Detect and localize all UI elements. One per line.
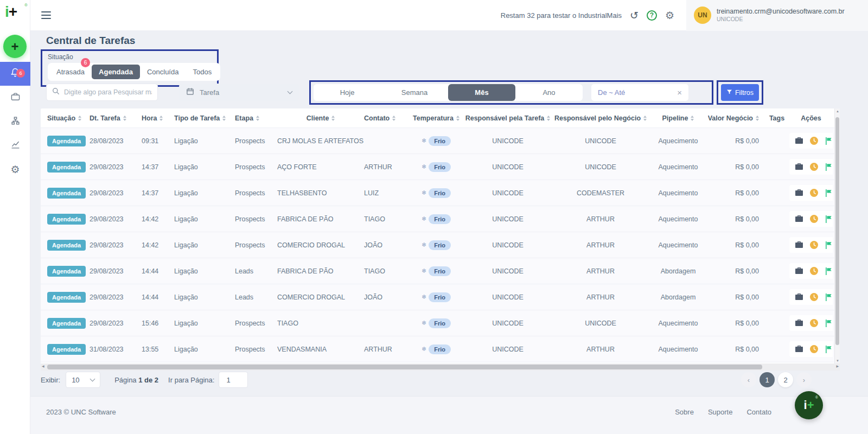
cliente-cell: FABRICA DE PÃO <box>273 267 364 275</box>
situacao-tab-todos[interactable]: Todos <box>186 65 219 79</box>
clock-action-icon[interactable] <box>810 163 818 171</box>
history-icon[interactable]: ↺ <box>630 9 639 22</box>
settings-icon[interactable]: ⚙ <box>665 9 674 22</box>
flag-action-icon[interactable] <box>825 320 832 327</box>
column-header-responsavel-pelo-negocio[interactable]: Responsável pelo Negócio <box>553 114 648 122</box>
period-tab-semana[interactable]: Semana <box>381 84 448 101</box>
add-button[interactable]: + <box>3 35 27 58</box>
table-row[interactable]: Agendada28/08/202309:31LigaçãoProspectsC… <box>41 128 834 154</box>
date-range-input[interactable]: De ~ Até × <box>591 84 688 101</box>
scroll-up-icon[interactable]: ▲ <box>835 110 840 113</box>
column-header-valor-negocio[interactable]: Valor Negócio <box>708 114 764 122</box>
task-type-select[interactable]: Tarefa <box>179 84 299 101</box>
table-row[interactable]: Agendada29/08/202314:44LigaçãoLeadsCOMER… <box>41 284 834 310</box>
flag-action-icon[interactable] <box>825 189 832 197</box>
clock-action-icon[interactable] <box>810 137 818 145</box>
page-button-1[interactable]: 1 <box>760 372 775 387</box>
menu-toggle[interactable] <box>39 9 53 21</box>
column-header-cliente[interactable]: Cliente <box>273 114 364 122</box>
column-header-tags[interactable]: Tags <box>764 114 789 122</box>
column-header-responsavel-pela-tarefa[interactable]: Responsável pela Tarefa <box>463 114 553 122</box>
clock-action-icon[interactable] <box>810 215 818 223</box>
flag-action-icon[interactable] <box>825 346 832 353</box>
flag-action-icon[interactable] <box>825 215 832 223</box>
column-header-hora[interactable]: Hora <box>142 114 174 122</box>
prev-page-button[interactable]: ‹ <box>741 372 756 387</box>
period-tab-mes[interactable]: Mês <box>448 84 515 101</box>
table-row[interactable]: Agendada29/08/202314:44LigaçãoLeadsFABRI… <box>41 258 834 284</box>
briefcase-action-icon[interactable] <box>795 215 803 222</box>
etapa-cell: Prospects <box>231 163 273 171</box>
flag-action-icon[interactable] <box>825 293 832 301</box>
vertical-scroll-thumb[interactable] <box>835 117 839 345</box>
industrialmais-fab[interactable]: i+ ® <box>795 391 823 419</box>
app-logo[interactable]: i+ ® <box>5 3 29 27</box>
column-header-dt-tarefa[interactable]: Dt. Tarefa <box>90 114 142 122</box>
horizontal-scroll-thumb[interactable] <box>47 365 762 369</box>
hora-cell: 14:44 <box>142 267 174 275</box>
filters-button[interactable]: Filtros <box>721 84 759 101</box>
sidebar-item-tasks[interactable] <box>0 86 30 110</box>
clock-action-icon[interactable] <box>810 319 818 327</box>
situacao-tab-agendada[interactable]: Agendada <box>92 65 140 79</box>
column-header-temperatura[interactable]: Temperatura <box>410 114 463 122</box>
search-input[interactable] <box>64 88 152 96</box>
table-row[interactable]: Agendada29/08/202315:46LigaçãoProspectsT… <box>41 310 834 336</box>
table-row[interactable]: Agendada29/08/202314:37LigaçãoProspectsT… <box>41 180 834 206</box>
clock-action-icon[interactable] <box>810 293 818 301</box>
clock-action-icon[interactable] <box>810 189 818 197</box>
avatar: UN <box>694 7 711 24</box>
clock-action-icon[interactable] <box>810 345 818 353</box>
notification-badge: 6 <box>16 69 25 78</box>
briefcase-action-icon[interactable] <box>795 241 803 248</box>
column-header-tipo-de-tarefa[interactable]: Tipo de Tarefa <box>174 114 231 122</box>
next-page-button[interactable]: › <box>796 372 812 387</box>
page-size-select[interactable]: 10 <box>66 372 100 388</box>
sidebar-item-settings[interactable]: ⚙ <box>0 157 30 181</box>
briefcase-action-icon[interactable] <box>795 189 803 196</box>
column-header-situacao[interactable]: Situação <box>41 114 90 122</box>
briefcase-action-icon[interactable] <box>795 320 803 327</box>
scroll-down-icon[interactable]: ▼ <box>835 359 840 362</box>
goto-page-input[interactable] <box>219 372 248 388</box>
flag-action-icon[interactable] <box>825 163 832 171</box>
briefcase-action-icon[interactable] <box>795 267 803 275</box>
table-row[interactable]: Agendada29/08/202314:42LigaçãoProspectsC… <box>41 232 834 258</box>
column-header-contato[interactable]: Contato <box>364 114 410 122</box>
table-row[interactable]: Agendada29/08/202314:37LigaçãoProspectsA… <box>41 154 834 180</box>
scroll-right-icon[interactable]: ▶ <box>836 364 839 368</box>
column-header-pipeline[interactable]: Pipeline <box>648 114 708 122</box>
sidebar-item-pipeline[interactable] <box>0 110 30 133</box>
table-row[interactable]: Agendada29/08/202314:42LigaçãoProspectsF… <box>41 206 834 232</box>
footer-link-suporte[interactable]: Suporte <box>708 408 733 416</box>
sidebar-item-notifications[interactable]: 6 <box>0 62 30 86</box>
briefcase-action-icon[interactable] <box>795 163 803 170</box>
footer-link-contato[interactable]: Contato <box>746 408 771 416</box>
user-menu[interactable]: UN treinamento.crm@unicodesoftware.com.b… <box>686 0 868 31</box>
briefcase-action-icon[interactable] <box>795 346 803 353</box>
clock-action-icon[interactable] <box>810 241 818 249</box>
briefcase-action-icon[interactable] <box>795 293 803 301</box>
clear-icon[interactable]: × <box>677 88 682 97</box>
page-button-2[interactable]: 2 <box>778 372 793 387</box>
situacao-tab-concluida[interactable]: Concluída <box>140 65 186 79</box>
flag-action-icon[interactable] <box>825 241 832 249</box>
period-tab-ano[interactable]: Ano <box>515 84 583 101</box>
period-tab-hoje[interactable]: Hoje <box>314 84 381 101</box>
help-icon[interactable]: ? <box>647 10 657 21</box>
scroll-left-icon[interactable]: ◀ <box>42 364 44 368</box>
column-header-acoes[interactable]: Ações <box>789 114 833 122</box>
sidebar-item-reports[interactable] <box>0 133 30 157</box>
briefcase-action-icon[interactable] <box>795 137 803 144</box>
vertical-scrollbar[interactable]: ▲ ▼ <box>834 108 840 363</box>
column-label: Etapa <box>235 114 253 122</box>
clock-action-icon[interactable] <box>810 267 818 275</box>
flag-action-icon[interactable] <box>825 137 832 145</box>
flag-action-icon[interactable] <box>825 267 832 275</box>
app-root: i+ ® + 6 <box>0 0 868 434</box>
footer-link-sobre[interactable]: Sobre <box>675 408 694 416</box>
table-row[interactable]: Agendada31/08/202313:55LigaçãoProspectsV… <box>41 336 834 362</box>
horizontal-scrollbar[interactable]: ◀ ▶ <box>41 363 840 371</box>
situacao-cell: Agendada <box>41 162 90 173</box>
column-header-etapa[interactable]: Etapa <box>231 114 273 122</box>
